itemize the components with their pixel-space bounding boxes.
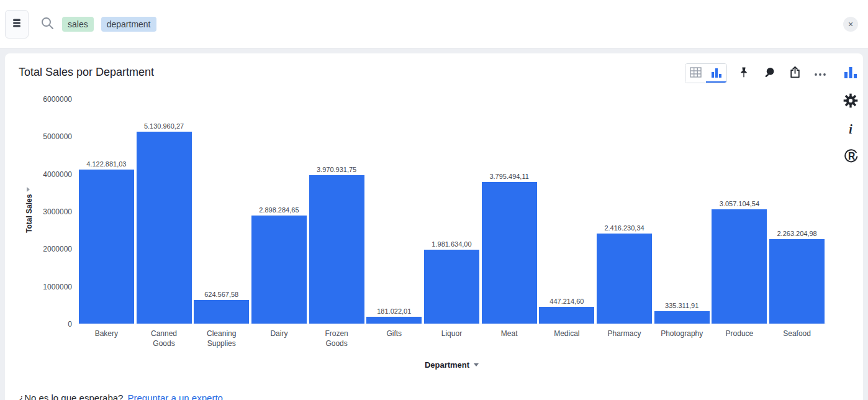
bar-produce[interactable] xyxy=(712,209,767,324)
search-input[interactable]: sales department × xyxy=(29,0,868,48)
info-button[interactable]: i xyxy=(842,120,859,138)
x-axis-label: Medical xyxy=(538,329,596,348)
bar-value-label: 624.567,58 xyxy=(204,291,238,298)
bar-value-label: 181.022,01 xyxy=(377,307,411,315)
more-ellipsis-icon xyxy=(814,69,826,78)
bar-value-label: 2.898.284,65 xyxy=(259,206,299,214)
bar-value-label: 5.130.960,27 xyxy=(144,122,184,130)
bar-meat[interactable] xyxy=(482,182,537,324)
search-token-department[interactable]: department xyxy=(101,17,156,32)
y-axis-tick: 1000000 xyxy=(43,283,72,291)
x-axis-labels: BakeryCanned GoodsCleaning SuppliesDairy… xyxy=(78,329,826,348)
pin-button[interactable] xyxy=(735,65,753,82)
bar-value-label: 335.311,91 xyxy=(665,302,698,309)
settings-button[interactable] xyxy=(842,93,859,110)
more-menu-button[interactable] xyxy=(811,65,829,82)
x-axis-label: Dairy xyxy=(250,329,308,348)
bar-value-label: 3.057.104,54 xyxy=(720,200,759,207)
x-axis-label: Gifts xyxy=(365,329,423,348)
bar-column: 447.214,60 xyxy=(538,99,596,324)
bar-frozen-goods[interactable] xyxy=(309,175,364,324)
bar-column: 181.022,01 xyxy=(365,99,423,324)
y-axis-tick: 5000000 xyxy=(43,132,72,141)
plot-area: 4.122.881,035.130.960,27624.567,582.898.… xyxy=(78,99,826,324)
x-axis-title[interactable]: Department xyxy=(425,360,479,370)
y-axis-tick: 3000000 xyxy=(43,207,72,216)
x-axis-label: Pharmacy xyxy=(595,329,653,348)
info-icon: i xyxy=(849,122,852,137)
x-axis-label: Photography xyxy=(653,329,711,348)
answer-title: Total Sales por Department xyxy=(19,66,154,79)
bar-gifts[interactable] xyxy=(366,317,422,324)
bar-medical[interactable] xyxy=(539,307,594,324)
share-export-icon xyxy=(789,66,802,81)
x-axis-label: Frozen Goods xyxy=(308,329,366,348)
bar-column: 3.795.494,11 xyxy=(481,99,538,324)
chart-view-button[interactable] xyxy=(706,64,726,83)
bar-value-label: 2.416.230,34 xyxy=(604,224,644,232)
bar-column: 1.981.634,00 xyxy=(423,99,481,324)
table-view-button[interactable] xyxy=(685,64,706,83)
bar-column: 335.311,91 xyxy=(653,99,711,324)
y-axis-tick: 0 xyxy=(68,320,72,329)
bar-column: 2.416.230,34 xyxy=(595,99,653,324)
y-axis-tick: 4000000 xyxy=(43,170,72,179)
spotiq-button[interactable] xyxy=(761,65,778,82)
x-axis-title-text: Department xyxy=(425,360,469,370)
chart-view-icon xyxy=(711,68,722,80)
bar-bakery[interactable] xyxy=(79,170,134,324)
r-badge-icon: R xyxy=(843,148,859,166)
data-stack-icon xyxy=(11,17,23,31)
bar-value-label: 2.263.204,98 xyxy=(777,230,816,237)
x-axis-label: Cleaning Supplies xyxy=(192,329,250,348)
bar-value-label: 1.981.634,00 xyxy=(432,240,471,248)
x-axis-label: Meat xyxy=(481,329,538,348)
svg-text:R: R xyxy=(848,151,854,161)
x-axis-label: Bakery xyxy=(78,329,135,348)
bar-value-label: 4.122.881,03 xyxy=(86,160,126,168)
bar-column: 3.057.104,54 xyxy=(711,99,769,324)
x-axis-label: Produce xyxy=(711,329,769,348)
bar-column: 5.130.960,27 xyxy=(135,99,193,324)
chart-toolbar xyxy=(685,63,829,83)
bar-cleaning-supplies[interactable] xyxy=(194,300,249,324)
bar-column: 2.898.284,65 xyxy=(250,99,308,324)
y-axis-title[interactable]: Total Sales xyxy=(25,194,34,233)
answer-card: Total Sales por Department xyxy=(5,53,863,400)
y-axis-tick: 6000000 xyxy=(43,95,72,104)
chevron-down-icon xyxy=(474,363,479,366)
y-axis-tick: 2000000 xyxy=(43,245,72,253)
answer-footer: ¿No es lo que esperaba? Preguntar a un e… xyxy=(19,393,223,400)
chart-type-button[interactable] xyxy=(842,65,859,82)
pin-icon xyxy=(739,66,749,80)
x-axis-label: Seafood xyxy=(768,329,826,348)
chart-type-icon xyxy=(844,66,857,81)
search-icon xyxy=(40,16,55,33)
bar-photography[interactable] xyxy=(654,311,710,324)
bar-column: 624.567,58 xyxy=(192,99,250,324)
bar-liquor[interactable] xyxy=(424,250,479,324)
bar-seafood[interactable] xyxy=(769,239,825,324)
bar-canned-goods[interactable] xyxy=(137,132,192,324)
search-token-sales[interactable]: sales xyxy=(62,17,94,32)
x-axis-title-row: Department xyxy=(78,360,826,370)
bar-value-label: 3.795.494,11 xyxy=(489,173,528,180)
r-badge-button[interactable]: R xyxy=(842,148,859,166)
clear-search-icon[interactable]: × xyxy=(843,17,858,32)
bar-value-label: 3.970.931,75 xyxy=(317,166,356,173)
y-axis-sort-icon[interactable] xyxy=(27,187,30,192)
gear-icon xyxy=(843,93,858,110)
data-source-button[interactable] xyxy=(5,10,29,39)
view-switcher xyxy=(685,63,727,83)
share-button[interactable] xyxy=(786,65,803,82)
bar-value-label: 447.214,60 xyxy=(549,298,584,305)
y-axis: 0100000020000003000000400000050000006000… xyxy=(36,99,72,324)
table-view-icon xyxy=(690,67,702,80)
bar-pharmacy[interactable] xyxy=(597,234,652,324)
x-axis-label: Canned Goods xyxy=(135,329,193,348)
ask-expert-link[interactable]: Preguntar a un experto xyxy=(127,393,222,400)
app-window: sales department × Total Sales por Depar… xyxy=(0,0,868,400)
footer-question: ¿No es lo que esperaba? xyxy=(19,393,123,400)
right-rail: i R xyxy=(841,65,861,166)
bar-dairy[interactable] xyxy=(251,216,307,324)
